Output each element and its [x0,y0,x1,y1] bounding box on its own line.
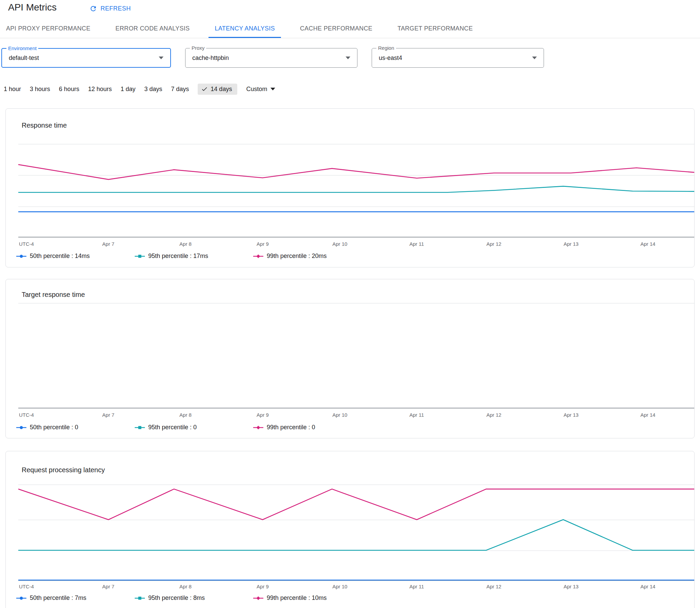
chart-title: Response time [22,121,67,129]
proxy-select[interactable]: Proxy cache-httpbin [185,48,357,68]
refresh-button[interactable]: REFRESH [89,5,131,13]
environment-select[interactable]: Environment default-test [1,48,171,68]
legend-item-99th[interactable]: 99th percentile : 0 [253,424,372,431]
region-select-label: Region [376,45,396,51]
request-processing-latency-chart[interactable] [18,484,694,581]
legend-marker-square-icon [135,596,145,601]
axis-tick-label: Apr 7 [102,241,114,247]
response-time-chart[interactable] [18,144,694,238]
x-axis-ticks: UTC-4Apr 7Apr 8Apr 9Apr 10Apr 11Apr 12Ap… [18,584,694,590]
legend-label: 50th percentile : 0 [30,424,78,431]
axis-tick-label: Apr 9 [257,241,269,247]
axis-tick-label: Apr 7 [102,412,114,418]
legend-marker-square-icon [135,425,145,430]
chevron-down-icon [159,57,164,59]
axis-tick-label: Apr 14 [640,584,655,589]
custom-range-label: Custom [246,86,267,93]
legend-marker-diamond-icon [253,425,263,430]
axis-tick-label: Apr 14 [640,412,655,418]
time-range-option[interactable]: 6 hours [59,86,79,93]
axis-tick-label: Apr 12 [487,241,501,247]
custom-range-button[interactable]: Custom [246,86,275,93]
request-processing-latency-card: Request processing latency UTC-4Apr 7Apr… [5,451,695,608]
axis-tick-label: Apr 13 [564,584,579,589]
legend-label: 99th percentile : 20ms [267,252,327,260]
axis-tick-label: Apr 10 [333,584,347,589]
region-select-value: us-east4 [379,55,402,62]
region-select[interactable]: Region us-east4 [372,48,544,68]
time-range-option[interactable]: 12 hours [88,86,112,93]
refresh-icon [89,5,97,13]
chevron-down-icon [532,57,537,59]
legend-label: 95th percentile : 8ms [148,594,205,602]
legend-label: 95th percentile : 0 [148,424,197,431]
axis-tick-label: Apr 8 [179,412,192,418]
check-icon [201,86,208,92]
tab-error-code-analysis[interactable]: ERROR CODE ANALYSIS [109,20,196,38]
legend-label: 99th percentile : 0 [267,424,315,431]
axis-tick-label: Apr 11 [409,584,424,589]
response-time-card: Response time UTC-4Apr 7Apr 8Apr 9Apr 10… [5,108,695,267]
proxy-select-value: cache-httpbin [192,55,229,62]
axis-tick-label: Apr 9 [257,584,269,589]
axis-tick-label: Apr 8 [179,584,192,589]
tab-latency-analysis[interactable]: LATENCY ANALYSIS [209,20,281,38]
axis-utc-label: UTC-4 [19,584,34,589]
x-axis-ticks: UTC-4Apr 7Apr 8Apr 9Apr 10Apr 11Apr 12Ap… [18,241,694,248]
axis-tick-label: Apr 11 [409,241,424,247]
x-axis-ticks: UTC-4Apr 7Apr 8Apr 9Apr 10Apr 11Apr 12Ap… [18,412,694,419]
refresh-label: REFRESH [100,5,131,12]
time-range-option[interactable]: 1 day [120,86,135,93]
time-range-bar: 1 hour3 hours6 hours12 hours1 day3 days7… [4,83,275,95]
proxy-select-label: Proxy [190,45,206,51]
target-response-time-card: Target response time UTC-4Apr 7Apr 8Apr … [5,279,695,438]
legend-marker-square-icon [135,254,145,259]
axis-tick-label: Apr 8 [179,241,192,247]
legend-item-50th[interactable]: 50th percentile : 14ms [16,252,135,260]
environment-select-label: Environment [6,45,38,51]
chart-legend: 50th percentile : 0 95th percentile : 0 … [16,424,372,431]
axis-tick-label: Apr 12 [487,412,501,418]
axis-utc-label: UTC-4 [19,241,34,247]
time-range-selected-label: 14 days [210,86,232,93]
axis-tick-label: Apr 10 [333,241,347,247]
legend-item-50th[interactable]: 50th percentile : 7ms [16,594,135,602]
chart-legend: 50th percentile : 7ms 95th percentile : … [16,594,372,602]
tab-api-proxy-performance[interactable]: API PROXY PERFORMANCE [0,20,96,38]
chart-legend: 50th percentile : 14ms 95th percentile :… [16,252,372,260]
legend-item-95th[interactable]: 95th percentile : 0 [135,424,253,431]
target-response-time-chart[interactable] [18,303,694,408]
legend-item-95th[interactable]: 95th percentile : 17ms [135,252,253,260]
legend-marker-diamond-icon [253,254,263,259]
legend-item-99th[interactable]: 99th percentile : 10ms [253,594,372,602]
legend-item-99th[interactable]: 99th percentile : 20ms [253,252,372,260]
legend-marker-diamond-icon [253,596,263,601]
axis-tick-label: Apr 7 [102,584,114,589]
axis-tick-label: Apr 11 [409,412,424,418]
time-range-option[interactable]: 3 days [144,86,162,93]
page-title: API Metrics [8,2,57,13]
environment-select-value: default-test [9,55,39,62]
legend-label: 99th percentile : 10ms [267,594,327,602]
axis-tick-label: Apr 10 [333,412,347,418]
legend-marker-circle-icon [16,425,26,430]
time-range-option[interactable]: 7 days [171,86,189,93]
time-range-selected-chip[interactable]: 14 days [198,83,237,95]
tab-target-performance[interactable]: TARGET PERFORMANCE [391,20,479,38]
legend-item-50th[interactable]: 50th percentile : 0 [16,424,135,431]
time-range-option[interactable]: 3 hours [30,86,50,93]
tab-cache-performance[interactable]: CACHE PERFORMANCE [294,20,378,38]
legend-item-95th[interactable]: 95th percentile : 8ms [135,594,253,602]
axis-tick-label: Apr 12 [487,584,501,589]
chevron-down-icon [270,88,275,90]
legend-marker-circle-icon [16,254,26,259]
time-range-option[interactable]: 1 hour [4,86,21,93]
legend-label: 95th percentile : 17ms [148,252,208,260]
chevron-down-icon [346,57,350,59]
legend-label: 50th percentile : 7ms [30,594,86,602]
axis-tick-label: Apr 9 [257,412,269,418]
legend-label: 50th percentile : 14ms [30,252,90,260]
axis-tick-label: Apr 14 [640,241,655,247]
legend-marker-circle-icon [16,596,26,601]
axis-tick-label: Apr 13 [564,241,579,247]
